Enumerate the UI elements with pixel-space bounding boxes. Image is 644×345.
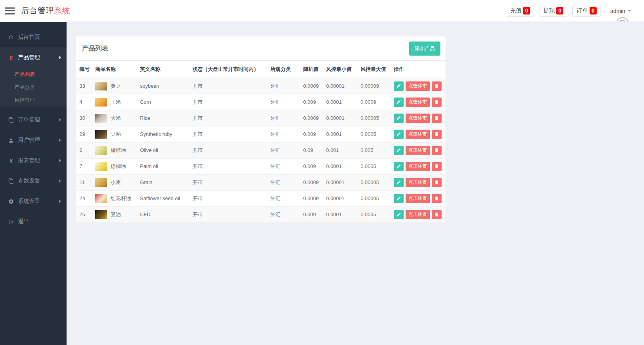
chevron-right-icon xyxy=(59,56,61,59)
cell-random-value: 0.009 xyxy=(303,126,327,142)
sidebar-item-dashboard[interactable]: 后台首页 xyxy=(0,27,67,47)
withdraw-button[interactable]: 提现 0 xyxy=(539,5,567,17)
delete-button[interactable] xyxy=(432,194,442,203)
cell-product-name: 大米 xyxy=(95,110,140,126)
suspend-market-button[interactable]: 点击休市 xyxy=(406,114,430,123)
sidebar-subitem-product-category[interactable]: 产品分类 xyxy=(0,81,67,94)
safflower-photo xyxy=(95,194,107,203)
product-name-label: 红花籽油 xyxy=(110,195,131,202)
cell-risk-max: 0.005 xyxy=(361,142,394,158)
cell-risk-max: 0.00005 xyxy=(361,110,394,126)
sidebar-item-product-management[interactable]: 产品管理 xyxy=(0,47,67,68)
suspend-market-button[interactable]: 点击休市 xyxy=(406,146,430,155)
suspend-market-button[interactable]: 点击休市 xyxy=(406,194,430,203)
recharge-button[interactable]: 充值 0 xyxy=(506,5,534,17)
edit-button[interactable] xyxy=(394,178,404,187)
cell-risk-min: 0.0001 xyxy=(326,158,361,174)
cell-random-value: 0.009 xyxy=(303,206,327,222)
cell-category: 外汇 xyxy=(271,190,303,206)
cell-product-id: 25 xyxy=(76,206,95,222)
sidebar-item-label: 参数设置 xyxy=(18,177,59,184)
cell-english-name: Corn xyxy=(140,94,193,110)
sidebar-item-logout[interactable]: 退出 xyxy=(0,211,67,232)
cell-risk-max: 0.00009 xyxy=(361,78,394,94)
cell-category: 外汇 xyxy=(271,94,303,110)
cell-product-name: 小麦 xyxy=(95,174,140,190)
cell-actions: 点击休市 xyxy=(394,110,446,126)
edit-button[interactable] xyxy=(394,130,404,139)
soybean-oil-photo xyxy=(95,210,107,219)
sidebar-item-order-management[interactable]: 订单管理 xyxy=(0,110,67,130)
cell-product-id: 6 xyxy=(76,142,95,158)
withdraw-label: 提现 xyxy=(543,7,555,14)
page-title: 产品列表 xyxy=(82,44,108,53)
edit-button[interactable] xyxy=(394,146,404,155)
delete-button[interactable] xyxy=(432,178,442,187)
sidebar-item-parameter-settings[interactable]: 参数设置 xyxy=(0,171,67,191)
suspend-market-button[interactable]: 点击休市 xyxy=(406,81,430,91)
table-row: 4玉米Corn开市外汇0.0090.00010.0009点击休市 xyxy=(76,94,446,110)
cell-actions: 点击休市 xyxy=(394,94,446,110)
add-product-button[interactable]: 添加产品 xyxy=(409,42,440,56)
trash-icon xyxy=(434,196,439,201)
table-row: 33黄豆soybean开市外汇0.00090.000010.00009点击休市 xyxy=(76,78,446,94)
table-row: 7棕榈油Palm oil开市外汇0.0090.00010.0005点击休市 xyxy=(76,158,446,174)
cell-random-value: 0.009 xyxy=(303,158,327,174)
edit-button[interactable] xyxy=(394,194,404,203)
admin-username: admin xyxy=(610,8,625,14)
admin-dropdown[interactable]: admin xyxy=(606,5,636,17)
logout-icon xyxy=(8,219,14,225)
orders-button[interactable]: 订单 0 xyxy=(572,5,601,17)
suspend-market-button[interactable]: 点击休市 xyxy=(406,162,430,171)
cell-english-name: Synthetic ruby xyxy=(140,126,193,142)
cell-risk-min: 0.0001 xyxy=(326,94,361,110)
column-header-name: 商品名称 xyxy=(95,61,140,78)
suspend-market-button[interactable]: 点击休市 xyxy=(406,130,430,139)
delete-button[interactable] xyxy=(432,210,442,219)
sidebar-item-system-settings[interactable]: 系统设置 xyxy=(0,191,67,211)
sidebar: 后台首页 产品管理 产品列表 产品分类 风控管理 订单管理 xyxy=(0,22,67,345)
hamburger-menu-icon[interactable] xyxy=(5,7,15,14)
edit-button[interactable] xyxy=(394,98,404,107)
edit-button[interactable] xyxy=(394,162,404,171)
cell-status: 开市 xyxy=(193,158,271,174)
suspend-market-button[interactable]: 点击休市 xyxy=(406,210,430,219)
cell-risk-min: 0.00001 xyxy=(326,174,361,190)
app-title-red: 系统 xyxy=(54,6,70,15)
cell-category: 外汇 xyxy=(271,158,303,174)
sidebar-item-user-management[interactable]: 用户管理 xyxy=(0,130,67,150)
sidebar-item-label: 报表管理 xyxy=(18,157,59,164)
suspend-market-button[interactable]: 点击休市 xyxy=(406,178,430,187)
column-header-english-name: 英文名称 xyxy=(140,61,193,78)
cell-risk-min: 0.00001 xyxy=(326,110,361,126)
yen-icon: ¥ xyxy=(8,157,14,164)
column-header-risk-max: 风控最大值 xyxy=(361,61,394,78)
trash-icon xyxy=(434,212,439,217)
chevron-right-icon xyxy=(59,179,61,182)
delete-button[interactable] xyxy=(432,98,442,107)
sidebar-subitem-product-list[interactable]: 产品列表 xyxy=(0,68,67,81)
delete-button[interactable] xyxy=(432,130,442,139)
trash-icon xyxy=(434,148,439,153)
table-row: 25豆油CFD开市外汇0.0090.00010.0005点击休市 xyxy=(76,206,446,222)
sidebar-item-report-management[interactable]: ¥ 报表管理 xyxy=(0,150,67,171)
orders-count-badge: 0 xyxy=(590,7,597,14)
edit-button[interactable] xyxy=(394,210,404,219)
cell-english-name: Olive oil xyxy=(140,142,193,158)
edit-button[interactable] xyxy=(394,114,404,123)
suspend-market-button[interactable]: 点击休市 xyxy=(406,98,430,107)
bitcoin-icon xyxy=(8,55,14,61)
cell-status: 开市 xyxy=(193,110,271,126)
palm-oil-photo xyxy=(95,162,107,171)
delete-button[interactable] xyxy=(432,162,442,171)
chevron-down-icon xyxy=(628,10,631,12)
pencil-icon xyxy=(396,196,401,201)
column-header-actions: 操作 xyxy=(394,61,446,78)
sidebar-subitem-risk-management[interactable]: 风控管理 xyxy=(0,94,67,107)
delete-button[interactable] xyxy=(432,146,442,155)
edit-button[interactable] xyxy=(394,81,404,91)
chevron-right-icon xyxy=(59,139,61,142)
delete-button[interactable] xyxy=(432,81,442,91)
delete-button[interactable] xyxy=(432,114,442,123)
topbar-right: 充值 0 提现 0 订单 0 admin ® xyxy=(506,5,636,17)
